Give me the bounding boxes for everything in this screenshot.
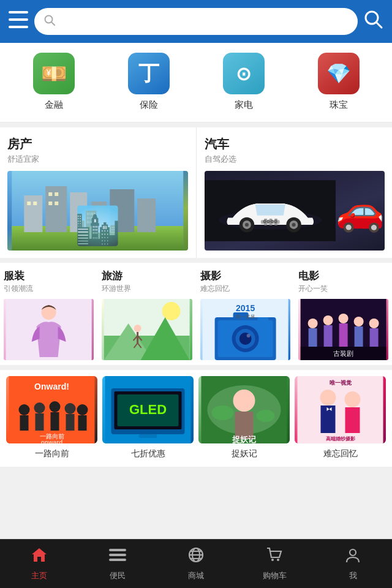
tab-cart[interactable]: 购物车 — [235, 540, 314, 588]
svg-point-114 — [277, 559, 279, 561]
svg-point-75 — [34, 402, 45, 413]
search-bar[interactable] — [34, 8, 358, 35]
category-insurance[interactable]: 丁 保险 — [128, 53, 170, 111]
svg-point-73 — [19, 404, 30, 415]
insurance-label: 保险 — [140, 99, 158, 111]
svg-rect-12 — [91, 202, 107, 232]
svg-rect-80 — [66, 414, 75, 431]
svg-point-63 — [338, 314, 348, 323]
svg-rect-11 — [70, 192, 87, 232]
svg-point-81 — [77, 404, 88, 415]
card-real-estate[interactable]: 房产 舒适宜家 — [0, 127, 195, 258]
svg-rect-2 — [9, 26, 28, 28]
svg-point-67 — [369, 318, 379, 328]
tab-service[interactable]: 便民 — [78, 540, 157, 588]
promo-memory-image: 唯一视觉 高端婚纱摄影 — [295, 376, 386, 443]
search-bar-icon — [44, 15, 55, 29]
mall-label: 商城 — [188, 570, 204, 581]
finance-label: 金融 — [45, 99, 63, 111]
menu-icon[interactable] — [9, 11, 28, 32]
photo-subtitle: 难忘回忆 — [200, 284, 290, 294]
card-travel[interactable]: 旅游 环游世界 — [98, 263, 195, 365]
promo-monster-label: 捉妖记 — [232, 448, 257, 459]
car-subtitle: 自驾必选 — [205, 154, 385, 165]
svg-point-77 — [50, 401, 61, 412]
svg-point-38 — [162, 302, 181, 320]
photo-image: 2015 唯一美风 — [200, 299, 290, 360]
car-title: 汽车 — [205, 136, 385, 153]
svg-point-25 — [244, 223, 248, 227]
svg-point-28 — [292, 223, 295, 227]
service-icon — [109, 546, 126, 568]
insurance-icon: 丁 — [138, 59, 159, 88]
mall-icon — [187, 546, 205, 568]
search-input[interactable] — [60, 8, 348, 35]
promo-discount-image: GLED — [102, 376, 194, 443]
promo-discount[interactable]: GLED 七折优惠 — [102, 376, 194, 459]
svg-text:onward: onward — [41, 439, 63, 443]
svg-rect-68 — [369, 328, 378, 347]
card-fashion[interactable]: 服装 引领潮流 — [0, 263, 97, 365]
svg-rect-90 — [139, 434, 157, 438]
tab-home[interactable]: 主页 — [0, 540, 78, 588]
home-icon — [31, 546, 48, 568]
svg-rect-17 — [48, 192, 52, 196]
svg-text:2015: 2015 — [236, 303, 255, 313]
promo-discount-label: 七折优惠 — [131, 448, 165, 459]
fashion-subtitle: 引领潮流 — [4, 284, 94, 294]
svg-point-93 — [233, 390, 255, 412]
appliance-icon: ⊙ — [236, 63, 251, 85]
real-estate-title: 房产 — [7, 136, 188, 153]
promo-monster[interactable]: 捉妖记 捉妖记 — [198, 376, 290, 459]
svg-point-113 — [271, 559, 274, 561]
card-photo[interactable]: 摄影 难忘回忆 2015 唯一美风 — [197, 263, 294, 365]
svg-rect-82 — [78, 415, 87, 431]
header — [0, 0, 392, 43]
svg-text:GLED: GLED — [129, 402, 167, 417]
svg-rect-16 — [33, 202, 37, 205]
category-finance[interactable]: 💴 金融 — [33, 53, 75, 111]
svg-text:古装剧: 古装剧 — [333, 350, 353, 357]
category-jewelry[interactable]: 💎 珠宝 — [318, 53, 360, 111]
category-appliance[interactable]: ⊙ 家电 — [223, 53, 265, 111]
promo-onward[interactable]: Onward! 一路向前 onward 一路向前 — [6, 376, 97, 459]
svg-text:唯一视觉: 唯一视觉 — [330, 380, 352, 386]
travel-title: 旅游 — [102, 269, 192, 283]
svg-point-99 — [320, 390, 336, 405]
promo-onward-image: Onward! 一路向前 onward — [6, 376, 97, 443]
search-button[interactable] — [364, 10, 383, 34]
insurance-icon-wrap: 丁 — [128, 53, 170, 94]
svg-text:⊙⊙⊙⊙: ⊙⊙⊙⊙ — [263, 219, 277, 224]
finance-icon-wrap: 💴 — [33, 53, 75, 94]
card-movie[interactable]: 电影 开心一笑 古装剧 — [295, 263, 392, 365]
svg-text:Onward!: Onward! — [34, 382, 69, 391]
svg-point-95 — [212, 405, 234, 420]
jewelry-icon-wrap: 💎 — [318, 53, 360, 94]
promo-memory[interactable]: 唯一视觉 高端婚纱摄影 难忘回忆 — [295, 376, 386, 459]
appliance-label: 家电 — [235, 99, 253, 111]
promo-monster-image: 捉妖记 — [198, 376, 290, 443]
svg-rect-66 — [354, 326, 363, 347]
jewelry-icon: 💎 — [326, 62, 351, 85]
svg-rect-9 — [24, 195, 42, 232]
travel-subtitle: 环游世界 — [102, 284, 192, 294]
svg-rect-0 — [9, 11, 28, 13]
home-label: 主页 — [31, 570, 47, 581]
real-estate-subtitle: 舒适宜家 — [7, 154, 188, 165]
fashion-image — [4, 299, 94, 360]
tab-me[interactable]: 我 — [314, 540, 392, 588]
svg-rect-74 — [20, 415, 29, 431]
fashion-title: 服装 — [4, 269, 94, 283]
me-label: 我 — [349, 570, 357, 581]
real-estate-image — [7, 171, 188, 251]
card-car[interactable]: 汽车 自驾必选 — [197, 127, 393, 258]
svg-point-59 — [307, 318, 317, 328]
svg-point-79 — [65, 403, 76, 414]
movie-subtitle: 开心一笑 — [298, 284, 388, 294]
svg-rect-14 — [137, 198, 156, 232]
car-image: ⊙⊙⊙⊙ — [205, 171, 385, 251]
promo-memory-label: 难忘回忆 — [323, 448, 358, 459]
tab-mall[interactable]: 商城 — [157, 540, 235, 588]
promo-onward-label: 一路向前 — [35, 448, 69, 459]
svg-point-101 — [345, 391, 361, 407]
